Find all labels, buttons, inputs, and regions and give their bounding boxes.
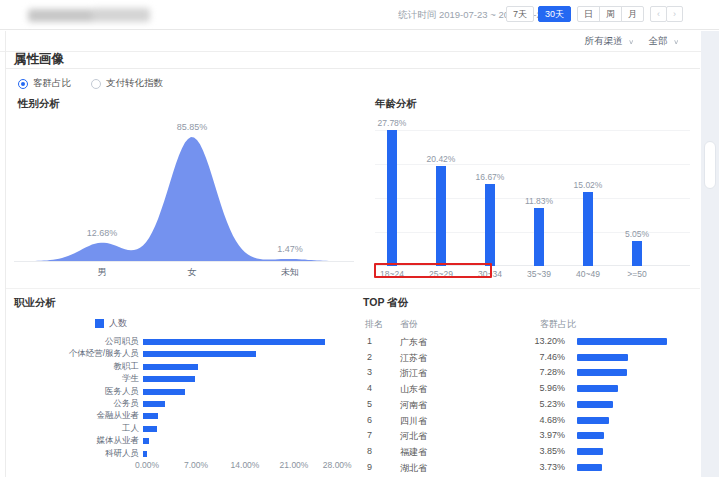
- occupation-label: 教职工: [5, 361, 143, 373]
- age-category-label: 35~39: [527, 269, 551, 279]
- scrollbar-thumb[interactable]: [704, 141, 716, 189]
- occupation-label: 医务人员: [5, 386, 143, 398]
- province-share-bar: [577, 464, 602, 471]
- province-share-value: 3.85%: [510, 446, 565, 456]
- granularity-week-button[interactable]: 周: [599, 6, 622, 22]
- granularity-day-button[interactable]: 日: [577, 6, 600, 22]
- province-share-value: 13.20%: [510, 336, 565, 346]
- province-name: 河北省: [400, 430, 427, 443]
- gender-category-label: 女: [188, 267, 197, 277]
- province-share-bar: [577, 369, 627, 376]
- occupation-bar: [143, 401, 165, 407]
- province-share-value: 3.97%: [510, 430, 565, 440]
- column-header-province: 省份: [400, 318, 418, 331]
- province-share-value: 4.68%: [510, 415, 565, 425]
- age-analysis-panel: 年龄分析 27.78%18~2420.42%25~2916.67%30~3411…: [365, 97, 700, 282]
- occupation-label: 个体经营/服务人员: [5, 348, 143, 360]
- occupation-label: 媒体从业者: [5, 435, 143, 447]
- province-name: 江苏省: [400, 352, 427, 365]
- age-bar: [583, 192, 593, 266]
- range-7day-button[interactable]: 7天: [506, 6, 534, 22]
- age-value-label: 20.42%: [427, 154, 456, 164]
- province-name: 山东省: [400, 383, 427, 396]
- occupation-row: 公务员: [5, 398, 165, 410]
- occupation-label: 公司职员: [5, 336, 143, 348]
- table-row: 3浙江省7.28%: [360, 367, 705, 381]
- occupation-row: 学生: [5, 373, 195, 385]
- gender-category-label: 男: [98, 267, 107, 277]
- radio-customer-share[interactable]: 客群占比: [18, 77, 71, 90]
- gender-chart-title: 性别分析: [18, 97, 60, 111]
- province-share-value: 3.73%: [510, 462, 565, 472]
- occupation-row: 工人: [5, 423, 157, 435]
- channel-dropdown[interactable]: 所有渠道 ∨: [585, 35, 635, 48]
- analytics-dashboard: 统计时间 2019-07-23 ~ 2019-08-21 7天 30天 日 周 …: [0, 0, 719, 477]
- date-nav-arrows: ‹ ›: [650, 6, 683, 22]
- gender-value-label: 12.68%: [87, 228, 118, 238]
- granularity-button-group: 日 周 月: [577, 6, 644, 22]
- occupation-label: 工人: [5, 423, 143, 435]
- province-rank: 6: [367, 415, 372, 425]
- occupation-bar: [143, 413, 158, 419]
- occupation-label: 学生: [5, 373, 143, 385]
- scrollbar-track[interactable]: [701, 31, 719, 477]
- radio-selected-icon: [18, 79, 28, 89]
- range-30day-button[interactable]: 30天: [538, 6, 571, 22]
- province-name: 四川省: [400, 415, 427, 428]
- highlight-annotation-box: [374, 263, 492, 278]
- prev-period-icon[interactable]: ‹: [650, 6, 667, 22]
- occupation-bar: [143, 438, 149, 444]
- gender-category-label: 未知: [281, 267, 299, 277]
- table-row: 5河南省5.23%: [360, 399, 705, 413]
- age-category-label: >=50: [627, 269, 646, 279]
- occupation-axis-tick: 0.00%: [135, 460, 159, 470]
- page-title: 属性画像: [14, 51, 64, 68]
- province-rank: 9: [367, 462, 372, 472]
- province-share-value: 7.46%: [510, 352, 565, 362]
- radio-payment-conversion[interactable]: 支付转化指数: [91, 77, 163, 90]
- next-period-icon[interactable]: ›: [666, 6, 683, 22]
- occupation-axis-tick: 7.00%: [184, 460, 208, 470]
- age-bar: [436, 166, 446, 266]
- legend-label: 人数: [109, 317, 127, 330]
- scope-dropdown[interactable]: 全部 ∨: [649, 35, 680, 48]
- province-share-bar: [577, 432, 604, 439]
- occupation-analysis-panel: 职业分析 人数 公司职员个体经营/服务人员教职工学生医务人员公务员金融从业者工人…: [5, 290, 360, 477]
- column-header-rank: 排名: [365, 318, 383, 331]
- divider: [6, 68, 700, 69]
- chart-gridline: [375, 164, 690, 165]
- table-row: 1广东省13.20%: [360, 336, 705, 350]
- province-share-value: 5.23%: [510, 399, 565, 409]
- top-provinces-panel: TOP 省份 排名 省份 客群占比 1广东省13.20%2江苏省7.46%3浙江…: [360, 290, 705, 477]
- occupation-bar: [143, 376, 195, 382]
- occupation-row: 个体经营/服务人员: [5, 348, 256, 360]
- occupation-row: 教职工: [5, 361, 198, 373]
- column-header-share: 客群占比: [540, 318, 576, 331]
- age-bar-chart: 27.78%18~2420.42%25~2916.67%30~3411.83%3…: [365, 97, 700, 282]
- occupation-label: 科研人员: [5, 448, 143, 460]
- occupation-bar: [143, 364, 198, 370]
- province-name: 浙江省: [400, 367, 427, 380]
- province-share-bar: [577, 448, 603, 455]
- table-row: 8福建省3.85%: [360, 446, 705, 460]
- gender-area-chart: 12.68%男85.85%女1.47%未知: [14, 111, 354, 283]
- occupation-bar: [143, 339, 325, 345]
- occupation-label: 公务员: [5, 398, 143, 410]
- gender-value-label: 85.85%: [177, 122, 208, 132]
- table-row: 7河北省3.97%: [360, 430, 705, 444]
- province-share-bar: [577, 401, 613, 408]
- gender-analysis-panel: 性别分析 12.68%男85.85%女1.47%未知: [14, 97, 354, 282]
- age-value-label: 11.83%: [525, 196, 553, 206]
- granularity-month-button[interactable]: 月: [621, 6, 644, 22]
- province-share-bar: [577, 354, 628, 361]
- age-value-label: 16.67%: [476, 172, 505, 182]
- table-row: 2江苏省7.46%: [360, 352, 705, 366]
- province-share-value: 5.96%: [510, 383, 565, 393]
- age-category-label: 40~49: [576, 269, 600, 279]
- occupation-label: 金融从业者: [5, 410, 143, 422]
- province-rank: 1: [367, 336, 372, 346]
- legend-swatch-icon: [95, 319, 104, 328]
- age-value-label: 15.02%: [574, 180, 603, 190]
- occupation-axis-tick: 21.00%: [280, 460, 309, 470]
- province-name: 广东省: [400, 336, 427, 349]
